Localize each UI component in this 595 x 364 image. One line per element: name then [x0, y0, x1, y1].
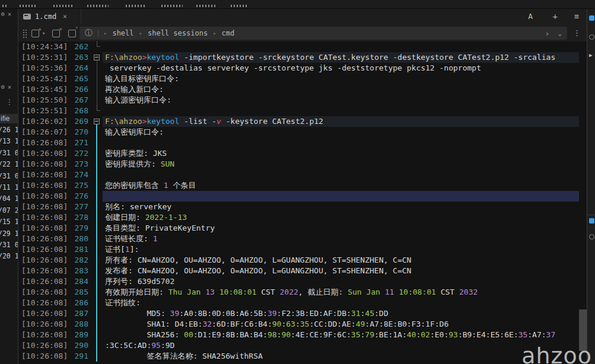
fold-gutter: [93, 138, 101, 148]
modified-time[interactable]: /29 1: [0, 228, 18, 240]
detach-session-icon[interactable]: °: [68, 30, 76, 37]
log-line[interactable]: [10:25:31]263F:\ahzoo>keytool -importkey…: [18, 52, 587, 63]
info-icon[interactable]: ⓘ: [85, 28, 93, 39]
modified-time[interactable]: /31 0: [0, 171, 18, 182]
fold-collapse-icon[interactable]: [94, 119, 100, 124]
modified-time[interactable]: /31 0: [0, 148, 18, 159]
chevron-right-icon[interactable]: ›: [545, 29, 550, 38]
hamburger-menu-icon[interactable]: ≡: [574, 8, 579, 25]
new-tab-button[interactable]: +: [553, 8, 558, 25]
drag-handle-icon[interactable]: [23, 29, 27, 38]
log-line[interactable]: [10:24:34]262: [18, 41, 587, 52]
menubar-clipped-item[interactable]: [87, 5, 109, 7]
log-line[interactable]: [10:26:08]274: [18, 170, 587, 180]
log-line[interactable]: [10:26:08]289 SHA256: 00:D1:E9:8B:BA:B4:…: [18, 330, 587, 340]
gear-icon[interactable]: ⚙: [1, 11, 5, 18]
session-path-bar[interactable]: ⓘ ▸shell▸shell sessions▸cmd › ⌄: [79, 27, 567, 40]
log-line[interactable]: [10:26:08]290:3C:5C:AD:95:9D: [18, 340, 587, 351]
fold-gutter: [93, 106, 101, 116]
modified-time[interactable]: /04 1: [0, 193, 18, 205]
breadcrumb-separator-icon: ▸: [213, 30, 216, 36]
log-line[interactable]: [10:26:08]283发布者: CN=AHZOO, OU=AHZOO, O=…: [18, 266, 587, 276]
breadcrumb-item[interactable]: cmd: [222, 29, 235, 37]
menubar-clipped-item[interactable]: [126, 5, 146, 7]
menubar-clipped-item[interactable]: [53, 5, 72, 7]
chevron-down-icon[interactable]: ⌄: [558, 30, 562, 37]
close-session-icon[interactable]: ×: [52, 30, 60, 37]
log-line[interactable]: [10:26:08]278创建日期: 2022-1-13: [18, 212, 587, 223]
log-line[interactable]: [10:26:08]282所有者: CN=AHZOO, OU=AHZOO, O=…: [18, 255, 587, 266]
log-line[interactable]: [10:26:08]271: [18, 138, 587, 148]
menubar-clipped-item[interactable]: [20, 5, 37, 7]
fold-guide: [97, 63, 97, 74]
log-line[interactable]: [10:26:08]285有效期开始日期: Thu Jan 13 10:08:0…: [18, 287, 587, 298]
kebab-menu-icon[interactable]: ⋮: [573, 28, 581, 37]
blue-file-icon[interactable]: [589, 15, 594, 21]
log-line[interactable]: [10:26:08]272密钥库类型: JKS: [18, 148, 587, 159]
modified-time[interactable]: /07 2: [0, 205, 18, 216]
modified-time[interactable]: /31 0: [0, 240, 18, 251]
log-line[interactable]: [10:26:08]280证书链长度: 1: [18, 234, 587, 244]
log-line[interactable]: [10:25:42]265输入目标密钥库口令:: [18, 74, 587, 84]
log-line[interactable]: [10:26:08]287 MD5: 39:A0:8B:0D:0B:A6:5B:…: [18, 308, 587, 319]
log-text: F:\ahzoo>keytool -importkeystore -srckey…: [105, 52, 580, 63]
fold-guide: [96, 351, 97, 362]
line-number: 287: [65, 308, 88, 319]
fold-guide: [96, 212, 97, 223]
font-size-button[interactable]: A: [528, 8, 533, 25]
log-line[interactable]: [10:26:08]288 SHA1: D4:EB:32:6D:BF:C6:B4…: [18, 319, 587, 330]
log-line[interactable]: [10:25:36]264 serverkey -destalias serve…: [18, 63, 587, 74]
blue-file-icon[interactable]: [589, 218, 594, 223]
log-line[interactable]: [10:26:02]269F:\ahzoo>keytool -list -v -…: [18, 116, 587, 127]
modified-time[interactable]: /26 1: [0, 124, 18, 136]
log-line[interactable]: [10:25:50]267输入源密钥库口令:: [18, 95, 587, 106]
log-line[interactable]: [10:26:08]273密钥库提供方: SUN: [18, 159, 587, 170]
tab-1cmd[interactable]: 1.cmd ✕: [18, 8, 81, 24]
breadcrumb-item[interactable]: shell sessions: [148, 29, 208, 37]
kebab-menu-icon[interactable]: ⋮: [6, 98, 13, 106]
log-text: 发布者: CN=AHZOO, OU=AHZOO, O=AHZOO, L=GUAN…: [105, 266, 580, 276]
close-icon[interactable]: ✕: [8, 84, 11, 91]
modified-time[interactable]: /20 1: [0, 251, 18, 262]
timestamp: [10:26:08]: [21, 255, 68, 266]
gray-badge-icon[interactable]: [589, 34, 594, 40]
fold-gutter: [93, 330, 101, 340]
menubar-clipped-item[interactable]: [161, 5, 183, 7]
tab-close-icon[interactable]: ✕: [63, 12, 67, 20]
menubar-clipped-item[interactable]: [231, 5, 249, 7]
gray-badge-icon[interactable]: [589, 234, 594, 240]
log-line[interactable]: [10:26:08]277别名: serverkey: [18, 202, 587, 212]
line-number: 276: [65, 191, 88, 202]
modified-time[interactable]: /13 1: [0, 136, 18, 147]
log-line[interactable]: [10:26:08]276: [18, 191, 587, 202]
app-icon: [2, 5, 8, 7]
chevron-down-icon[interactable]: ▾: [42, 28, 45, 38]
log-line[interactable]: [10:26:08]279条目类型: PrivateKeyEntry: [18, 223, 587, 234]
log-line[interactable]: [10:26:08]284序列号: 639d5702: [18, 276, 587, 287]
log-line[interactable]: [10:26:08]291 签名算法名称: SHA256withRSA: [18, 351, 587, 362]
line-number: 284: [65, 276, 88, 287]
log-line[interactable]: [10:26:08]286证书指纹:: [18, 298, 587, 308]
log-line[interactable]: [10:25:45]266再次输入新口令:: [18, 84, 587, 95]
fold-guide: [96, 287, 97, 298]
fold-guide: [96, 148, 97, 159]
fold-guide: [96, 308, 97, 319]
log-line[interactable]: [10:26:08]275您的密钥库包含 1 个条目: [18, 180, 587, 191]
fold-collapse-icon[interactable]: [94, 55, 100, 60]
session-toolbar: + ▾ × ° ⓘ ▸shell▸shell sessions▸cmd › ⌄ …: [18, 25, 587, 41]
new-session-icon[interactable]: +: [31, 30, 39, 37]
play-icon[interactable]: ▶: [589, 53, 592, 58]
close-icon[interactable]: ✕: [8, 11, 11, 18]
modified-time[interactable]: /11 1: [0, 182, 18, 193]
menubar[interactable]: [0, 0, 595, 9]
modified-time[interactable]: /22 1: [0, 159, 18, 170]
log-text: 所有者: CN=AHZOO, OU=AHZOO, O=AHZOO, L=GUAN…: [105, 255, 580, 266]
gear-icon[interactable]: ⚙: [1, 84, 5, 91]
log-line[interactable]: [10:25:51]268: [18, 106, 587, 116]
breadcrumb-item[interactable]: shell: [112, 29, 133, 37]
log-line[interactable]: [10:26:07]270输入密钥库口令:: [18, 127, 587, 138]
log-line[interactable]: [10:26:08]281证书[1]:: [18, 244, 587, 255]
menubar-clipped-item[interactable]: [196, 5, 215, 7]
timestamp: [10:26:08]: [21, 180, 68, 191]
modified-time[interactable]: /15 1: [0, 216, 18, 228]
